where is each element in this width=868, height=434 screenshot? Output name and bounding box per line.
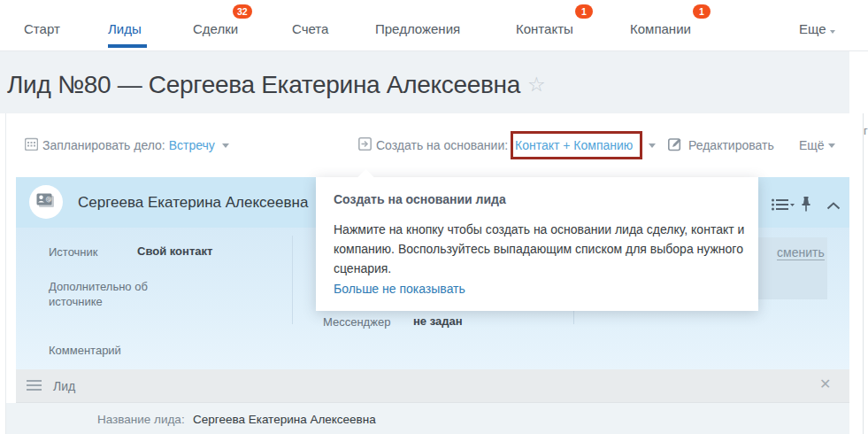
- field-label-messenger: Мессенджер: [323, 314, 390, 329]
- page-title: Лид №80 — Сергеева Екатерина Алексеевна☆: [7, 71, 545, 99]
- contact-card-icon: @: [36, 193, 56, 211]
- companies-count-badge: 1: [693, 4, 711, 19]
- tab-invoices[interactable]: Счета: [292, 21, 328, 36]
- column-divider: [292, 236, 293, 324]
- edit-icon: [668, 137, 682, 151]
- cut-off-background-text: г: [864, 124, 868, 137]
- collapse-chevron-up-icon[interactable]: [826, 202, 841, 210]
- plan-dropdown-caret-icon[interactable]: [222, 143, 229, 148]
- field-label-comment: Комментарий: [49, 343, 121, 358]
- close-icon[interactable]: ✕: [819, 376, 831, 392]
- tab-more[interactable]: Еще: [799, 21, 835, 36]
- plan-activity-value[interactable]: Встречу: [169, 138, 215, 152]
- tab-start[interactable]: Старт: [24, 21, 60, 36]
- svg-text:@: @: [46, 196, 52, 203]
- drag-handle-icon[interactable]: [27, 380, 42, 391]
- tour-popup: Создать на основании лида Нажмите на кно…: [316, 177, 758, 311]
- popup-body-text: Нажмите на кнопку чтобы создать на основ…: [334, 220, 745, 278]
- tab-deals[interactable]: Сделки: [193, 21, 238, 36]
- page-title-text: Лид №80 — Сергеева Екатерина Алексеевна: [7, 71, 520, 98]
- avatar: @: [29, 185, 63, 219]
- dont-show-again-link[interactable]: Больше не показывать: [334, 282, 465, 296]
- deals-count-badge: 32: [233, 4, 252, 19]
- more-actions-caret-icon[interactable]: [828, 143, 835, 148]
- top-nav: Старт Лиды Сделки 32 Счета Предложения К…: [0, 0, 868, 51]
- tab-companies[interactable]: Компании: [630, 21, 691, 36]
- popup-title: Создать на основании лида: [334, 192, 506, 206]
- field-label-source: Источник: [49, 244, 98, 260]
- contacts-count-badge: 1: [575, 4, 593, 19]
- create-on-basis-icon: [358, 137, 372, 151]
- tab-quotes[interactable]: Предложения: [375, 21, 460, 36]
- change-photo-link[interactable]: сменить: [777, 245, 825, 260]
- plan-activity-button[interactable]: Запланировать дело: Встречу: [42, 138, 215, 152]
- tab-more-label: Еще: [799, 21, 826, 36]
- create-dropdown-caret-icon[interactable]: [649, 143, 656, 148]
- more-actions-button[interactable]: Ещё: [799, 138, 825, 152]
- field-value-messenger: не задан: [413, 314, 463, 328]
- create-on-basis-label: Создать на основании:: [376, 138, 508, 152]
- card-contact-name: Сергеева Екатерина Алексеевна: [78, 194, 308, 212]
- tab-leads[interactable]: Лиды: [108, 21, 142, 36]
- lead-name-label: Название лида:: [97, 413, 185, 426]
- plan-activity-label: Запланировать дело:: [42, 138, 165, 152]
- lead-name-value: Сергеева Екатерина Алексеевна: [193, 413, 376, 426]
- favorite-star-icon[interactable]: ☆: [520, 73, 545, 96]
- field-value-source: Свой контакт: [137, 244, 212, 258]
- field-label-source-details: Дополнительно об источнике: [49, 279, 150, 309]
- panel-right-edge: [863, 113, 864, 434]
- pin-icon[interactable]: [801, 197, 811, 212]
- tab-contacts[interactable]: Контакты: [516, 21, 573, 36]
- annotation-highlight-box: [511, 131, 642, 159]
- chevron-down-icon: [830, 30, 835, 34]
- lead-section-title: Лид: [53, 379, 75, 393]
- list-settings-icon[interactable]: [772, 198, 795, 211]
- lead-section-bar: [16, 369, 849, 403]
- edit-button[interactable]: Редактировать: [688, 138, 774, 152]
- panel-left-edge: [5, 113, 6, 434]
- active-tab-underline: [108, 44, 147, 48]
- calendar-icon: [25, 137, 38, 151]
